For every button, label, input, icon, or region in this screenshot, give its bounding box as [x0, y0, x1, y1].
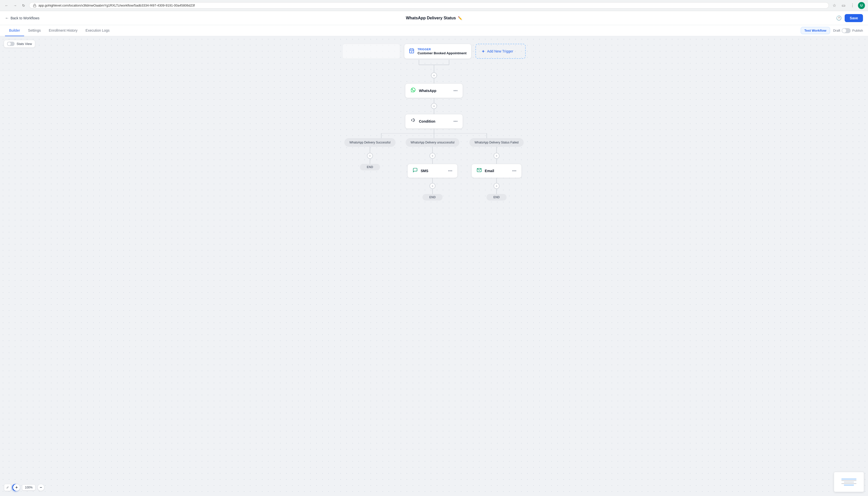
branch-horiz-svg [356, 133, 512, 138]
browser-bar: ← → ↻ app.gohighlevel.com/location/x3ltd… [0, 0, 868, 11]
line-wa-condition-bottom [434, 109, 434, 114]
add-step-branch-failed[interactable]: + [493, 153, 500, 159]
whatsapp-node[interactable]: WhatsApp ••• [405, 83, 463, 98]
whatsapp-more-options[interactable]: ••• [453, 89, 458, 93]
expand-button[interactable]: ⤢ [4, 484, 11, 491]
branch3-line-to-email [496, 159, 497, 164]
condition-title: Condition [419, 119, 450, 123]
header-right-actions: 🕐 Save [836, 14, 863, 22]
user-avatar: U [858, 2, 865, 9]
branch3-line-after-email [496, 178, 497, 183]
tab-builder[interactable]: Builder [5, 25, 24, 36]
add-step-branch-unsuccessful[interactable]: + [429, 153, 436, 159]
tab-execution-logs[interactable]: Execution Logs [82, 25, 114, 36]
app-header: ← Back to Workflows WhatsApp Delivery St… [0, 11, 868, 25]
branch2-connector-line [432, 147, 433, 153]
branch-failed-pill[interactable]: WhatsApp Delivery Status Failed [469, 138, 523, 147]
sms-title: SMS [421, 169, 445, 173]
branch1-line-to-end [370, 159, 370, 164]
add-step-after-trigger[interactable]: + [431, 72, 437, 78]
branch-successful-col: WhatsApp Delivery Successful + END [344, 138, 395, 170]
end-node-branch1: END [360, 164, 380, 170]
tab-settings[interactable]: Settings [24, 25, 45, 36]
branch2-line-to-end [432, 189, 433, 194]
trigger-title: Customer Booked Appointment [417, 51, 467, 55]
branch-unsuccessful-pill[interactable]: WhatsApp Delivery unsuccessful [406, 138, 460, 147]
sms-icon [413, 168, 418, 174]
condition-to-branches-connector [434, 129, 434, 133]
mini-map-content [834, 472, 864, 492]
bookmark-button[interactable]: ☆ [831, 2, 838, 9]
draft-label: Draft [833, 29, 840, 32]
ghost-node [342, 44, 400, 59]
email-title: Email [485, 169, 509, 173]
refresh-nav-button[interactable]: ↻ [20, 2, 27, 9]
end-node-branch2: END [423, 194, 443, 201]
browser-actions: ☆ ▭ ⋮ U [831, 2, 865, 9]
condition-node[interactable]: Condition ••• [405, 114, 463, 129]
edit-title-icon[interactable]: ✏️ [458, 16, 462, 20]
add-trigger-plus-icon: + [482, 49, 485, 54]
back-arrow-icon: ← [5, 16, 9, 20]
add-step-after-email[interactable]: + [493, 183, 500, 189]
toggle-knob [842, 29, 846, 33]
zoom-out-button[interactable]: − [37, 484, 45, 491]
menu-button[interactable]: ⋮ [849, 2, 856, 9]
history-icon-button[interactable]: 🕐 [836, 15, 842, 21]
test-workflow-button[interactable]: Test Workflow [801, 27, 830, 34]
workflow-title: WhatsApp Delivery Status [406, 16, 456, 20]
workflow-canvas-area: Stats View 282M Trigger Customer Booked … [0, 36, 868, 496]
branch-unsuccessful-col: WhatsApp Delivery unsuccessful + SMS ••• [406, 138, 460, 201]
stats-view-switch[interactable] [7, 42, 15, 46]
mini-map-line-1 [841, 479, 856, 479]
mini-map [834, 472, 864, 492]
lock-icon [33, 4, 36, 7]
branches-row: WhatsApp Delivery Successful + END Whats… [344, 138, 524, 201]
forward-nav-button[interactable]: → [12, 2, 19, 9]
connector-line-1 [434, 78, 434, 83]
connector-whatsapp-condition: + [431, 98, 437, 114]
end-node-branch3: END [487, 194, 507, 201]
zoom-in-button[interactable]: + [13, 484, 20, 491]
whatsapp-icon [410, 87, 416, 94]
browser-nav-buttons: ← → ↻ [3, 2, 27, 9]
add-step-branch-successful[interactable]: + [367, 153, 373, 159]
sms-node[interactable]: SMS ••• [407, 164, 458, 178]
email-node[interactable]: Email ••• [471, 164, 522, 178]
back-to-workflows-button[interactable]: ← Back to Workflows [5, 16, 40, 20]
branch-failed-col: WhatsApp Delivery Status Failed + Email … [469, 138, 523, 201]
nav-tabs-right: Test Workflow Draft Publish [801, 27, 863, 34]
back-nav-button[interactable]: ← [3, 2, 10, 9]
save-button[interactable]: Save [845, 14, 863, 22]
line-condition-branch [434, 129, 434, 133]
svg-rect-0 [33, 5, 36, 7]
trigger-node[interactable]: Trigger Customer Booked Appointment [404, 44, 471, 59]
add-trigger-label: Add New Trigger [487, 49, 513, 53]
add-step-after-sms[interactable]: + [429, 183, 436, 189]
publish-toggle[interactable] [842, 28, 851, 33]
sms-more-options[interactable]: ••• [448, 169, 452, 173]
add-step-after-whatsapp[interactable]: + [431, 103, 437, 109]
branch-successful-pill[interactable]: WhatsApp Delivery Successful [344, 138, 395, 147]
nav-tabs: Builder Settings Enrollment History Exec… [0, 25, 868, 36]
svg-rect-1 [410, 49, 414, 53]
email-more-options[interactable]: ••• [512, 169, 516, 173]
trigger-icon [409, 48, 414, 55]
trigger-row: Trigger Customer Booked Appointment + Ad… [342, 44, 525, 59]
condition-more-options[interactable]: ••• [453, 119, 458, 124]
merge-svg [399, 60, 469, 72]
trigger-label: Trigger [417, 48, 467, 51]
branch3-line-to-end [496, 189, 497, 194]
mini-map-line-4 [841, 483, 856, 484]
draft-publish-toggle: Draft Publish [833, 28, 863, 33]
add-new-trigger-card[interactable]: + Add New Trigger [475, 44, 526, 59]
extensions-button[interactable]: ▭ [840, 2, 847, 9]
branch3-connector-line [496, 147, 497, 153]
mini-map-line-5 [844, 485, 854, 485]
workflow-canvas: Trigger Customer Booked Appointment + Ad… [0, 36, 868, 496]
tab-enrollment-history[interactable]: Enrollment History [45, 25, 81, 36]
stats-toggle-knob [7, 42, 11, 46]
line-wa-condition-top [434, 98, 434, 103]
address-bar[interactable]: app.gohighlevel.com/location/x3ltdmwOaab… [29, 2, 829, 9]
url-text: app.gohighlevel.com/location/x3ltdmwOaab… [38, 3, 195, 7]
